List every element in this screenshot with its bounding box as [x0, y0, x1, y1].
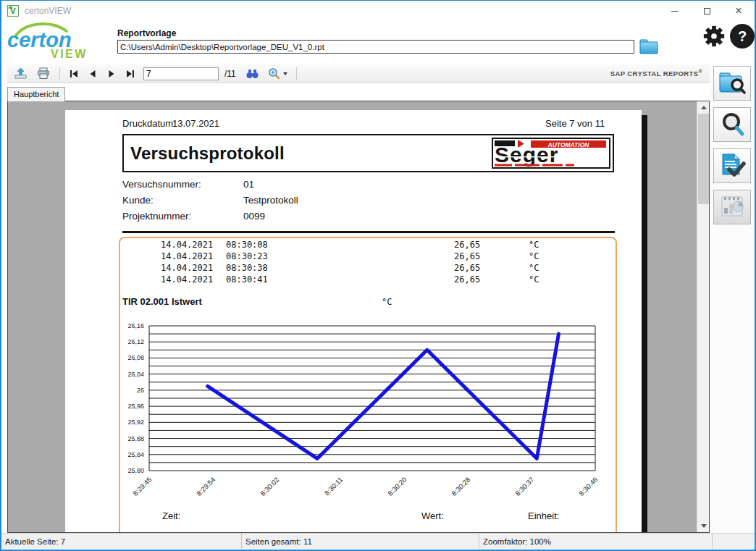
last-page-button[interactable] — [122, 68, 139, 80]
scroll-down-button[interactable] — [697, 520, 710, 532]
toolbar-separator — [59, 67, 60, 80]
minimize-button[interactable] — [659, 1, 691, 21]
svg-text:25,80: 25,80 — [127, 467, 144, 474]
maximize-icon — [704, 8, 710, 14]
report-toolbar: /11 S — [7, 64, 710, 83]
next-page-icon — [106, 70, 117, 78]
section-divider — [122, 231, 615, 233]
svg-text:8:30:11: 8:30:11 — [323, 476, 345, 497]
page-number-input[interactable] — [143, 67, 219, 80]
open-report-button[interactable] — [713, 66, 751, 101]
chart-icon — [718, 194, 747, 220]
footer-label-einheit: Einheit: — [528, 510, 559, 521]
binoculars-icon — [245, 68, 259, 79]
report-page-area: Druckdatum: 13.07.2021 Seite 7 von 11 Ve… — [8, 101, 697, 532]
field-label: Projektnummer: — [122, 211, 191, 222]
tab-hauptbericht[interactable]: Hauptbericht — [7, 87, 65, 101]
sap-crystal-reports-brand: SAP CRYSTAL REPORTS® — [610, 69, 702, 77]
chevron-up-icon — [701, 106, 707, 109]
svg-text:25,84: 25,84 — [127, 451, 144, 458]
titlebar: V certonVIEW × — [1, 1, 755, 21]
svg-text:VIEW: VIEW — [51, 48, 88, 60]
browse-folder-button[interactable] — [639, 38, 659, 55]
report-template-path-input[interactable] — [117, 40, 634, 54]
table-row: 14.04.202108:30:0826,65°C — [65, 240, 642, 251]
svg-text:Seger: Seger — [495, 143, 558, 167]
svg-text:8:30:46: 8:30:46 — [577, 476, 599, 497]
minimize-icon — [671, 11, 679, 12]
statusbar-section: Aktuelle Seite: 7 — [1, 534, 242, 549]
folder-icon — [639, 38, 659, 55]
page-shadow — [642, 115, 647, 532]
maximize-button[interactable] — [691, 1, 723, 21]
magnifier-icon — [718, 112, 747, 138]
first-page-button[interactable] — [65, 68, 83, 80]
scroll-up-button[interactable] — [697, 101, 710, 114]
header: certon VIEW Reportvorlage — [1, 21, 755, 64]
svg-text:26: 26 — [137, 387, 144, 394]
tabstrip: Hauptbericht — [7, 83, 710, 101]
line-chart: 25,8025,8425,8825,9225,962626,0426,0826,… — [107, 317, 607, 507]
footer-label-zeit: Zeit: — [162, 510, 180, 521]
chart-tools-button[interactable] — [713, 190, 751, 224]
table-row: 14.04.202108:30:3826,65°C — [65, 263, 642, 274]
window-title: certonVIEW — [25, 6, 71, 16]
page-info: Seite 7 von 11 — [545, 118, 605, 129]
svg-text:26,04: 26,04 — [127, 371, 144, 378]
magnifier-plus-icon — [268, 67, 280, 80]
table-row: 14.04.202108:30:4126,65°C — [65, 274, 642, 286]
vertical-scrollbar[interactable] — [697, 101, 709, 532]
statusbar-section: Seiten gesamt: 11 — [242, 534, 479, 549]
svg-text:8:29:45: 8:29:45 — [131, 476, 153, 497]
first-page-icon — [69, 70, 79, 78]
zoom-button[interactable] — [713, 107, 751, 142]
report-title-box: Versuchsprotokoll AUTOMATION Seger — [122, 134, 614, 172]
field-label: Versuchsnummer: — [122, 179, 201, 190]
help-button[interactable]: ? — [730, 24, 755, 49]
table-row: 14.04.202108:30:2326,65°C — [65, 251, 642, 263]
app-icon: V — [7, 5, 19, 17]
svg-text:26,12: 26,12 — [127, 338, 144, 345]
statusbar-section: Zoomfaktor: 100% — [479, 534, 713, 549]
page-total-label: /11 — [224, 69, 236, 79]
svg-text:26,08: 26,08 — [127, 354, 144, 361]
measurement-table: 14.04.202108:30:0826,65°C14.04.202108:30… — [65, 240, 642, 286]
svg-text:25,88: 25,88 — [127, 435, 144, 442]
scrollbar-thumb[interactable] — [698, 114, 709, 204]
prev-page-icon — [88, 70, 98, 78]
print-date-value: 13.07.2021 — [172, 118, 219, 129]
statusbar: Aktuelle Seite: 7Seiten gesamt: 11Zoomfa… — [1, 533, 755, 549]
svg-text:8:30:28: 8:30:28 — [450, 476, 471, 497]
find-button[interactable] — [242, 67, 263, 80]
footer-label-wert: Wert: — [421, 510, 444, 521]
dropdown-caret-icon — [283, 72, 287, 75]
toolbar-separator — [296, 67, 297, 80]
export-button[interactable] — [10, 66, 31, 81]
report-template-label: Reportvorlage — [117, 28, 176, 38]
settings-button[interactable] — [701, 24, 727, 50]
app-window: V certonVIEW × certon VIEW Reportvorlage — [0, 0, 756, 551]
document-check-icon — [718, 153, 747, 179]
printer-icon — [36, 67, 51, 80]
series-label: TIR 02.001 Istwert — [122, 296, 202, 307]
svg-text:8:30:37: 8:30:37 — [513, 476, 535, 497]
prev-page-button[interactable] — [84, 68, 101, 80]
gear-icon — [702, 24, 726, 49]
chevron-down-icon — [701, 524, 707, 528]
report-view: Druckdatum: 13.07.2021 Seite 7 von 11 Ve… — [7, 101, 710, 533]
series-unit: °C — [382, 297, 392, 307]
validate-report-button[interactable] — [713, 148, 751, 183]
question-help-icon: ? — [738, 28, 747, 44]
print-button[interactable] — [33, 66, 54, 81]
certonview-logo: certon VIEW — [4, 20, 113, 63]
svg-text:8:29:54: 8:29:54 — [195, 476, 217, 497]
close-button[interactable]: × — [723, 1, 755, 21]
field-value: Testprotokoll — [243, 195, 298, 206]
field-value: 0099 — [243, 211, 265, 222]
report-page: Druckdatum: 13.07.2021 Seite 7 von 11 Ve… — [65, 110, 642, 532]
zoom-menu-button[interactable] — [264, 66, 291, 81]
report-title: Versuchsprotokoll — [130, 143, 285, 164]
field-label: Kunde: — [122, 195, 154, 206]
folder-search-icon — [718, 70, 747, 96]
next-page-button[interactable] — [103, 68, 120, 80]
